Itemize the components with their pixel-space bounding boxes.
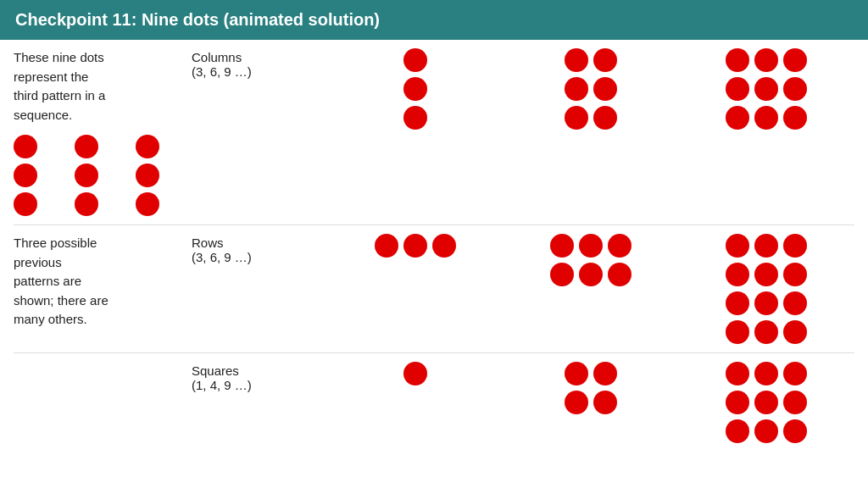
- dot: [726, 291, 749, 315]
- dot: [565, 48, 588, 72]
- dot: [783, 263, 807, 286]
- dot: [783, 391, 807, 414]
- squares-pattern-3: [679, 362, 854, 443]
- dot: [783, 291, 807, 315]
- columns-pattern-2: [503, 48, 678, 130]
- main-content: These nine dots represent the third patt…: [0, 40, 868, 472]
- divider-1: [14, 225, 854, 225]
- section-columns: These nine dots represent the third patt…: [14, 48, 854, 216]
- dot: [403, 77, 427, 101]
- preview-dot: [75, 192, 98, 216]
- columns-pattern-1: [327, 48, 503, 130]
- dot: [726, 234, 749, 258]
- section-columns-label: Columns (3, 6, 9 …): [192, 48, 327, 79]
- dot: [579, 234, 603, 258]
- dot: [432, 234, 456, 258]
- dot: [565, 106, 588, 130]
- dot: [565, 77, 588, 101]
- section-rows-label: Rows (3, 6, 9 …): [192, 234, 327, 264]
- nine-dots-preview: [14, 135, 192, 216]
- dot: [754, 320, 778, 344]
- dot: [593, 362, 617, 385]
- dot: [375, 234, 398, 258]
- dot: [550, 263, 574, 286]
- rows-pattern-1: [327, 234, 503, 258]
- section-rows-description: Three possible previous patterns are sho…: [14, 234, 192, 330]
- dot: [608, 263, 632, 286]
- preview-dot: [136, 135, 159, 158]
- preview-dot: [136, 164, 159, 187]
- dot: [726, 362, 749, 385]
- dot: [726, 106, 749, 130]
- dot: [754, 419, 778, 443]
- dot: [754, 291, 778, 315]
- dot: [565, 391, 588, 414]
- divider-2: [14, 352, 854, 353]
- dot: [783, 77, 807, 101]
- dot: [550, 234, 574, 258]
- dot: [754, 263, 778, 286]
- dot: [783, 419, 807, 443]
- dot: [593, 77, 617, 101]
- preview-dot: [75, 164, 98, 187]
- squares-pattern-2: [503, 362, 678, 414]
- dot: [754, 106, 778, 130]
- section-squares-label: Squares (1, 4, 9 …): [192, 362, 327, 392]
- dot: [726, 320, 749, 344]
- dot: [754, 48, 778, 72]
- dot: [754, 234, 778, 258]
- rows-pattern-2: [503, 234, 678, 286]
- dot: [403, 106, 427, 130]
- dot: [579, 263, 603, 286]
- section-rows: Three possible previous patterns are sho…: [14, 234, 854, 344]
- dot: [593, 48, 617, 72]
- dot: [403, 362, 427, 385]
- dot: [608, 234, 632, 258]
- dot: [593, 106, 617, 130]
- dot: [754, 77, 778, 101]
- dot: [726, 419, 749, 443]
- preview-dot: [136, 192, 159, 216]
- header: Checkpoint 11: Nine dots (animated solut…: [0, 0, 868, 40]
- dot: [565, 362, 588, 385]
- dot: [783, 234, 807, 258]
- preview-dot: [14, 135, 37, 158]
- dot: [726, 391, 749, 414]
- section-squares: Squares (1, 4, 9 …): [14, 362, 854, 463]
- preview-dot: [75, 135, 98, 158]
- dot: [754, 391, 778, 414]
- dot: [783, 320, 807, 344]
- dot: [726, 48, 749, 72]
- section-columns-description: These nine dots represent the third patt…: [14, 48, 192, 216]
- dot: [726, 77, 749, 101]
- header-title: Checkpoint 11: Nine dots (animated solut…: [15, 10, 380, 29]
- dot: [403, 48, 427, 72]
- columns-pattern-3: [679, 48, 854, 130]
- rows-pattern-3: [679, 234, 854, 344]
- dot: [403, 234, 427, 258]
- squares-pattern-1: [327, 362, 503, 385]
- dot: [783, 48, 807, 72]
- dot: [783, 106, 807, 130]
- dot: [726, 263, 749, 286]
- dot: [783, 362, 807, 385]
- preview-dot: [14, 164, 37, 187]
- dot: [593, 391, 617, 414]
- preview-dot: [14, 192, 37, 216]
- dot: [754, 362, 778, 385]
